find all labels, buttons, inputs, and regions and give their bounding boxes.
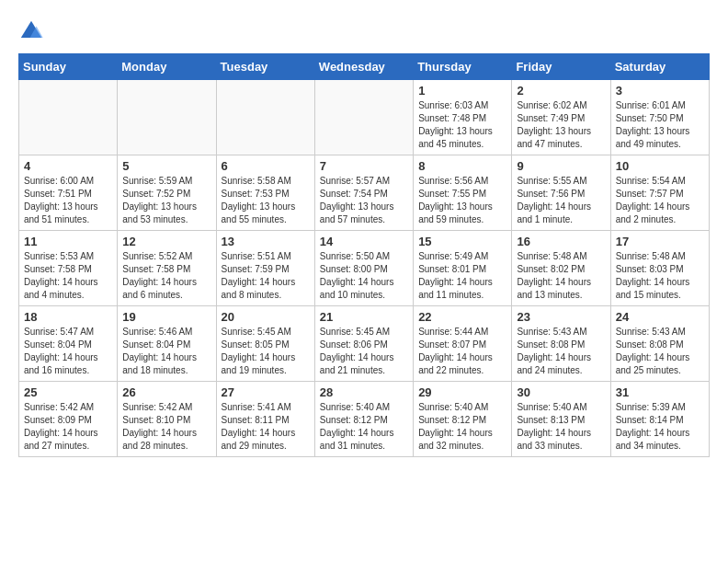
day-number: 21 <box>320 310 408 324</box>
day-number: 4 <box>24 159 112 173</box>
day-cell: 23Sunrise: 5:43 AM Sunset: 8:08 PM Dayli… <box>512 306 610 382</box>
day-number: 10 <box>616 159 704 173</box>
header-day-monday: Monday <box>118 54 216 80</box>
day-info: Sunrise: 5:48 AM Sunset: 8:02 PM Dayligh… <box>517 250 605 302</box>
day-cell: 30Sunrise: 5:40 AM Sunset: 8:13 PM Dayli… <box>512 382 610 457</box>
day-cell: 29Sunrise: 5:40 AM Sunset: 8:12 PM Dayli… <box>414 382 512 457</box>
day-number: 31 <box>616 385 704 399</box>
day-info: Sunrise: 5:41 AM Sunset: 8:11 PM Dayligh… <box>222 401 310 453</box>
day-info: Sunrise: 5:59 AM Sunset: 7:52 PM Dayligh… <box>122 175 210 226</box>
day-info: Sunrise: 5:43 AM Sunset: 8:08 PM Dayligh… <box>616 326 704 377</box>
day-info: Sunrise: 5:57 AM Sunset: 7:54 PM Dayligh… <box>320 175 408 226</box>
calendar-body: 1Sunrise: 6:03 AM Sunset: 7:48 PM Daylig… <box>19 80 710 457</box>
day-info: Sunrise: 5:56 AM Sunset: 7:55 PM Dayligh… <box>418 175 506 226</box>
day-number: 9 <box>517 159 605 173</box>
day-info: Sunrise: 6:00 AM Sunset: 7:51 PM Dayligh… <box>24 175 112 226</box>
day-cell: 26Sunrise: 5:42 AM Sunset: 8:10 PM Dayli… <box>118 382 216 457</box>
day-cell: 7Sunrise: 5:57 AM Sunset: 7:54 PM Daylig… <box>314 155 413 231</box>
day-info: Sunrise: 5:40 AM Sunset: 8:12 PM Dayligh… <box>320 401 408 453</box>
day-info: Sunrise: 5:39 AM Sunset: 8:14 PM Dayligh… <box>616 401 704 453</box>
header-day-tuesday: Tuesday <box>216 54 314 80</box>
day-info: Sunrise: 5:51 AM Sunset: 7:59 PM Dayligh… <box>222 250 310 302</box>
day-cell: 5Sunrise: 5:59 AM Sunset: 7:52 PM Daylig… <box>118 155 216 231</box>
header-row: SundayMondayTuesdayWednesdayThursdayFrid… <box>19 54 710 80</box>
day-number: 23 <box>517 310 605 324</box>
day-cell: 13Sunrise: 5:51 AM Sunset: 7:59 PM Dayli… <box>216 231 314 306</box>
day-number: 28 <box>320 385 408 399</box>
day-info: Sunrise: 5:40 AM Sunset: 8:13 PM Dayligh… <box>517 401 605 453</box>
day-cell: 9Sunrise: 5:55 AM Sunset: 7:56 PM Daylig… <box>512 155 610 231</box>
day-number: 25 <box>24 385 112 399</box>
day-number: 7 <box>320 159 408 173</box>
day-cell: 16Sunrise: 5:48 AM Sunset: 8:02 PM Dayli… <box>512 231 610 306</box>
day-number: 29 <box>418 385 506 399</box>
day-cell: 24Sunrise: 5:43 AM Sunset: 8:08 PM Dayli… <box>610 306 709 382</box>
week-row-2: 4Sunrise: 6:00 AM Sunset: 7:51 PM Daylig… <box>19 155 710 231</box>
page-header <box>18 18 710 44</box>
day-number: 5 <box>122 159 210 173</box>
day-cell: 3Sunrise: 6:01 AM Sunset: 7:50 PM Daylig… <box>610 80 709 155</box>
calendar-header: SundayMondayTuesdayWednesdayThursdayFrid… <box>19 54 710 80</box>
calendar-table: SundayMondayTuesdayWednesdayThursdayFrid… <box>18 53 710 457</box>
day-cell <box>19 80 118 155</box>
day-info: Sunrise: 5:50 AM Sunset: 8:00 PM Dayligh… <box>320 250 408 302</box>
day-cell <box>118 80 216 155</box>
day-cell: 6Sunrise: 5:58 AM Sunset: 7:53 PM Daylig… <box>216 155 314 231</box>
day-number: 11 <box>24 235 112 248</box>
day-cell: 8Sunrise: 5:56 AM Sunset: 7:55 PM Daylig… <box>414 155 512 231</box>
day-info: Sunrise: 5:53 AM Sunset: 7:58 PM Dayligh… <box>24 250 112 302</box>
day-number: 30 <box>517 385 605 399</box>
day-info: Sunrise: 5:42 AM Sunset: 8:09 PM Dayligh… <box>24 401 112 453</box>
header-day-sunday: Sunday <box>19 54 118 80</box>
day-cell: 4Sunrise: 6:00 AM Sunset: 7:51 PM Daylig… <box>19 155 118 231</box>
header-day-saturday: Saturday <box>610 54 709 80</box>
day-info: Sunrise: 6:03 AM Sunset: 7:48 PM Dayligh… <box>418 99 506 151</box>
day-cell <box>216 80 314 155</box>
day-number: 19 <box>122 310 210 324</box>
day-cell: 21Sunrise: 5:45 AM Sunset: 8:06 PM Dayli… <box>314 306 413 382</box>
day-number: 14 <box>320 235 408 248</box>
day-info: Sunrise: 5:43 AM Sunset: 8:08 PM Dayligh… <box>517 326 605 377</box>
day-number: 16 <box>517 235 605 248</box>
week-row-4: 18Sunrise: 5:47 AM Sunset: 8:04 PM Dayli… <box>19 306 710 382</box>
day-number: 27 <box>222 385 310 399</box>
day-info: Sunrise: 5:48 AM Sunset: 8:03 PM Dayligh… <box>616 250 704 302</box>
day-cell: 1Sunrise: 6:03 AM Sunset: 7:48 PM Daylig… <box>414 80 512 155</box>
day-info: Sunrise: 5:47 AM Sunset: 8:04 PM Dayligh… <box>24 326 112 377</box>
day-cell: 31Sunrise: 5:39 AM Sunset: 8:14 PM Dayli… <box>610 382 709 457</box>
header-day-thursday: Thursday <box>414 54 512 80</box>
day-cell: 10Sunrise: 5:54 AM Sunset: 7:57 PM Dayli… <box>610 155 709 231</box>
day-cell: 12Sunrise: 5:52 AM Sunset: 7:58 PM Dayli… <box>118 231 216 306</box>
week-row-1: 1Sunrise: 6:03 AM Sunset: 7:48 PM Daylig… <box>19 80 710 155</box>
day-cell: 22Sunrise: 5:44 AM Sunset: 8:07 PM Dayli… <box>414 306 512 382</box>
day-number: 13 <box>222 235 310 248</box>
week-row-5: 25Sunrise: 5:42 AM Sunset: 8:09 PM Dayli… <box>19 382 710 457</box>
header-day-wednesday: Wednesday <box>314 54 413 80</box>
day-info: Sunrise: 5:55 AM Sunset: 7:56 PM Dayligh… <box>517 175 605 226</box>
day-number: 20 <box>222 310 310 324</box>
day-number: 8 <box>418 159 506 173</box>
day-cell: 17Sunrise: 5:48 AM Sunset: 8:03 PM Dayli… <box>610 231 709 306</box>
day-info: Sunrise: 5:45 AM Sunset: 8:06 PM Dayligh… <box>320 326 408 377</box>
day-cell: 14Sunrise: 5:50 AM Sunset: 8:00 PM Dayli… <box>314 231 413 306</box>
day-info: Sunrise: 6:01 AM Sunset: 7:50 PM Dayligh… <box>616 99 704 151</box>
day-cell: 19Sunrise: 5:46 AM Sunset: 8:04 PM Dayli… <box>118 306 216 382</box>
day-info: Sunrise: 5:46 AM Sunset: 8:04 PM Dayligh… <box>122 326 210 377</box>
day-info: Sunrise: 5:40 AM Sunset: 8:12 PM Dayligh… <box>418 401 506 453</box>
day-cell: 15Sunrise: 5:49 AM Sunset: 8:01 PM Dayli… <box>414 231 512 306</box>
day-number: 12 <box>122 235 210 248</box>
week-row-3: 11Sunrise: 5:53 AM Sunset: 7:58 PM Dayli… <box>19 231 710 306</box>
day-cell: 11Sunrise: 5:53 AM Sunset: 7:58 PM Dayli… <box>19 231 118 306</box>
day-cell <box>314 80 413 155</box>
day-number: 18 <box>24 310 112 324</box>
day-cell: 25Sunrise: 5:42 AM Sunset: 8:09 PM Dayli… <box>19 382 118 457</box>
day-cell: 18Sunrise: 5:47 AM Sunset: 8:04 PM Dayli… <box>19 306 118 382</box>
day-info: Sunrise: 5:58 AM Sunset: 7:53 PM Dayligh… <box>222 175 310 226</box>
day-number: 1 <box>418 84 506 98</box>
day-number: 17 <box>616 235 704 248</box>
day-number: 24 <box>616 310 704 324</box>
day-info: Sunrise: 5:49 AM Sunset: 8:01 PM Dayligh… <box>418 250 506 302</box>
day-number: 26 <box>122 385 210 399</box>
day-number: 15 <box>418 235 506 248</box>
day-info: Sunrise: 5:45 AM Sunset: 8:05 PM Dayligh… <box>222 326 310 377</box>
